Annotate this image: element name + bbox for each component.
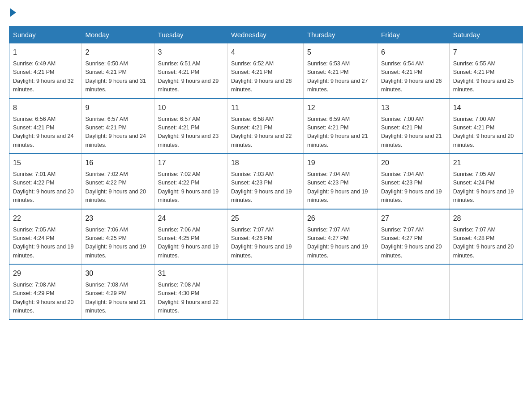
day-info: Sunrise: 6:59 AMSunset: 4:21 PMDaylight:… — [307, 115, 373, 150]
day-info: Sunrise: 7:05 AMSunset: 4:24 PMDaylight:… — [453, 170, 519, 205]
header-thursday: Thursday — [303, 26, 377, 43]
header-wednesday: Wednesday — [227, 26, 303, 43]
day-number: 21 — [453, 158, 519, 168]
day-number: 8 — [13, 103, 77, 113]
day-info: Sunrise: 7:05 AMSunset: 4:24 PMDaylight:… — [13, 226, 77, 261]
calendar-week-row: 29 Sunrise: 7:08 AMSunset: 4:29 PMDaylig… — [9, 264, 523, 320]
calendar-day-cell: 11 Sunrise: 6:58 AMSunset: 4:21 PMDaylig… — [227, 98, 303, 154]
day-number: 9 — [85, 103, 150, 113]
day-number: 3 — [158, 47, 223, 58]
header-monday: Monday — [82, 26, 154, 43]
day-number: 23 — [85, 213, 150, 224]
day-info: Sunrise: 7:06 AMSunset: 4:25 PMDaylight:… — [158, 226, 223, 261]
day-info: Sunrise: 6:53 AMSunset: 4:21 PMDaylight:… — [307, 60, 373, 94]
day-info: Sunrise: 7:08 AMSunset: 4:29 PMDaylight:… — [13, 281, 77, 316]
calendar-day-cell: 2 Sunrise: 6:50 AMSunset: 4:21 PMDayligh… — [82, 43, 154, 98]
calendar-day-cell — [449, 264, 523, 320]
day-number: 10 — [158, 103, 223, 113]
calendar-day-cell: 10 Sunrise: 6:57 AMSunset: 4:21 PMDaylig… — [154, 98, 227, 154]
calendar-day-cell: 3 Sunrise: 6:51 AMSunset: 4:21 PMDayligh… — [154, 43, 227, 98]
day-number: 29 — [13, 268, 77, 279]
day-number: 26 — [307, 213, 373, 224]
calendar-day-cell: 16 Sunrise: 7:02 AMSunset: 4:22 PMDaylig… — [82, 154, 154, 209]
calendar-day-cell: 12 Sunrise: 6:59 AMSunset: 4:21 PMDaylig… — [303, 98, 377, 154]
day-number: 1 — [13, 47, 77, 58]
day-number: 24 — [158, 213, 223, 224]
day-number: 31 — [158, 268, 223, 279]
calendar-day-cell: 19 Sunrise: 7:04 AMSunset: 4:23 PMDaylig… — [303, 154, 377, 209]
day-number: 6 — [381, 47, 446, 58]
day-info: Sunrise: 6:50 AMSunset: 4:21 PMDaylight:… — [85, 60, 150, 94]
calendar-day-cell: 9 Sunrise: 6:57 AMSunset: 4:21 PMDayligh… — [82, 98, 154, 154]
day-number: 12 — [307, 103, 373, 113]
header-tuesday: Tuesday — [154, 26, 227, 43]
day-number: 5 — [307, 47, 373, 58]
day-number: 30 — [85, 268, 150, 279]
calendar-day-cell: 31 Sunrise: 7:08 AMSunset: 4:30 PMDaylig… — [154, 264, 227, 320]
calendar-day-cell: 27 Sunrise: 7:07 AMSunset: 4:27 PMDaylig… — [377, 209, 449, 265]
day-info: Sunrise: 7:04 AMSunset: 4:23 PMDaylight:… — [381, 170, 446, 205]
calendar-day-cell: 30 Sunrise: 7:08 AMSunset: 4:29 PMDaylig… — [82, 264, 154, 320]
logo — [9, 9, 17, 17]
calendar-day-cell: 15 Sunrise: 7:01 AMSunset: 4:22 PMDaylig… — [9, 154, 82, 209]
calendar-day-cell: 24 Sunrise: 7:06 AMSunset: 4:25 PMDaylig… — [154, 209, 227, 265]
day-info: Sunrise: 6:57 AMSunset: 4:21 PMDaylight:… — [85, 115, 150, 150]
header-saturday: Saturday — [449, 26, 523, 43]
calendar-day-cell: 26 Sunrise: 7:07 AMSunset: 4:27 PMDaylig… — [303, 209, 377, 265]
calendar-day-cell: 7 Sunrise: 6:55 AMSunset: 4:21 PMDayligh… — [449, 43, 523, 98]
day-info: Sunrise: 7:07 AMSunset: 4:28 PMDaylight:… — [453, 226, 519, 261]
calendar-week-row: 1 Sunrise: 6:49 AMSunset: 4:21 PMDayligh… — [9, 43, 523, 98]
day-info: Sunrise: 7:04 AMSunset: 4:23 PMDaylight:… — [307, 170, 373, 205]
calendar-day-cell: 18 Sunrise: 7:03 AMSunset: 4:23 PMDaylig… — [227, 154, 303, 209]
calendar-day-cell: 6 Sunrise: 6:54 AMSunset: 4:21 PMDayligh… — [377, 43, 449, 98]
day-number: 17 — [158, 158, 223, 168]
calendar-table: Sunday Monday Tuesday Wednesday Thursday… — [9, 26, 523, 320]
calendar-day-cell: 29 Sunrise: 7:08 AMSunset: 4:29 PMDaylig… — [9, 264, 82, 320]
day-info: Sunrise: 6:52 AMSunset: 4:21 PMDaylight:… — [231, 60, 300, 94]
day-number: 18 — [231, 158, 300, 168]
day-info: Sunrise: 7:08 AMSunset: 4:29 PMDaylight:… — [85, 281, 150, 316]
day-info: Sunrise: 6:49 AMSunset: 4:21 PMDaylight:… — [13, 60, 77, 94]
day-number: 2 — [85, 47, 150, 58]
calendar-day-cell: 14 Sunrise: 7:00 AMSunset: 4:21 PMDaylig… — [449, 98, 523, 154]
header-friday: Friday — [377, 26, 449, 43]
day-info: Sunrise: 7:08 AMSunset: 4:30 PMDaylight:… — [158, 281, 223, 316]
calendar-day-cell: 13 Sunrise: 7:00 AMSunset: 4:21 PMDaylig… — [377, 98, 449, 154]
day-info: Sunrise: 7:01 AMSunset: 4:22 PMDaylight:… — [13, 170, 77, 205]
day-number: 25 — [231, 213, 300, 224]
calendar-day-cell: 17 Sunrise: 7:02 AMSunset: 4:22 PMDaylig… — [154, 154, 227, 209]
day-info: Sunrise: 7:06 AMSunset: 4:25 PMDaylight:… — [85, 226, 150, 261]
day-number: 7 — [453, 47, 519, 58]
day-info: Sunrise: 6:51 AMSunset: 4:21 PMDaylight:… — [158, 60, 223, 94]
day-number: 16 — [85, 158, 150, 168]
day-number: 13 — [381, 103, 446, 113]
calendar-day-cell: 5 Sunrise: 6:53 AMSunset: 4:21 PMDayligh… — [303, 43, 377, 98]
calendar-day-cell: 22 Sunrise: 7:05 AMSunset: 4:24 PMDaylig… — [9, 209, 82, 265]
logo-arrow-icon — [10, 8, 16, 17]
calendar-day-cell: 8 Sunrise: 6:56 AMSunset: 4:21 PMDayligh… — [9, 98, 82, 154]
day-info: Sunrise: 6:58 AMSunset: 4:21 PMDaylight:… — [231, 115, 300, 150]
day-info: Sunrise: 7:00 AMSunset: 4:21 PMDaylight:… — [381, 115, 446, 150]
day-info: Sunrise: 6:56 AMSunset: 4:21 PMDaylight:… — [13, 115, 77, 150]
calendar-day-cell: 25 Sunrise: 7:07 AMSunset: 4:26 PMDaylig… — [227, 209, 303, 265]
day-number: 11 — [231, 103, 300, 113]
page-header — [9, 9, 523, 17]
calendar-day-cell: 23 Sunrise: 7:06 AMSunset: 4:25 PMDaylig… — [82, 209, 154, 265]
day-number: 27 — [381, 213, 446, 224]
day-info: Sunrise: 7:07 AMSunset: 4:27 PMDaylight:… — [381, 226, 446, 261]
calendar-week-row: 15 Sunrise: 7:01 AMSunset: 4:22 PMDaylig… — [9, 154, 523, 209]
header-sunday: Sunday — [9, 26, 82, 43]
day-info: Sunrise: 7:02 AMSunset: 4:22 PMDaylight:… — [85, 170, 150, 205]
day-number: 4 — [231, 47, 300, 58]
calendar-week-row: 22 Sunrise: 7:05 AMSunset: 4:24 PMDaylig… — [9, 209, 523, 265]
day-number: 28 — [453, 213, 519, 224]
calendar-header-row: Sunday Monday Tuesday Wednesday Thursday… — [9, 26, 523, 43]
day-info: Sunrise: 6:55 AMSunset: 4:21 PMDaylight:… — [453, 60, 519, 94]
day-info: Sunrise: 7:07 AMSunset: 4:26 PMDaylight:… — [231, 226, 300, 261]
day-number: 20 — [381, 158, 446, 168]
calendar-day-cell — [377, 264, 449, 320]
day-info: Sunrise: 6:57 AMSunset: 4:21 PMDaylight:… — [158, 115, 223, 150]
calendar-day-cell — [303, 264, 377, 320]
day-info: Sunrise: 7:02 AMSunset: 4:22 PMDaylight:… — [158, 170, 223, 205]
calendar-day-cell: 1 Sunrise: 6:49 AMSunset: 4:21 PMDayligh… — [9, 43, 82, 98]
